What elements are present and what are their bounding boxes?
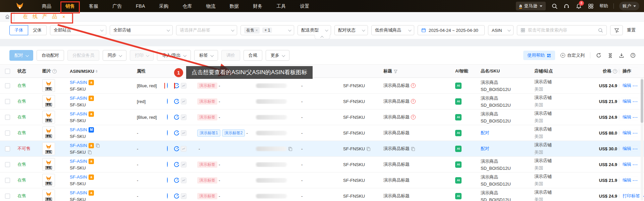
product-image[interactable]: 赛狐 <box>42 79 55 92</box>
toolbar-button-6[interactable]: 标签 <box>194 50 218 61</box>
row-action-link[interactable]: 编辑 <box>623 146 631 152</box>
apps-grid-icon[interactable] <box>587 3 594 9</box>
asin-link[interactable]: SF-ASIN <box>70 159 87 164</box>
toolbar-button-5[interactable]: 导入/导出 <box>157 50 191 61</box>
trend-chart-icon[interactable] <box>181 193 186 199</box>
asin-dashboard-pie-icon[interactable] <box>167 99 168 104</box>
listing-status-select[interactable]: 在售× + 1 <box>240 25 294 35</box>
delivery-type-select[interactable]: 配送类型 <box>298 25 331 35</box>
lowprice-mall-select[interactable]: 低价商城商品 <box>371 25 414 35</box>
product-image[interactable]: 赛狐 <box>42 127 55 139</box>
row-action-link[interactable]: 编辑 <box>623 130 631 136</box>
ai-assistant-icon[interactable]: AI <box>455 130 462 136</box>
trend-chart-icon[interactable] <box>181 146 186 152</box>
nav-item-11[interactable]: 设置 <box>293 0 316 12</box>
keyword-radar-icon[interactable] <box>174 178 179 183</box>
table-row[interactable]: 在售 赛狐 SF-ASIN a SF-SKU <box>0 172 644 188</box>
nav-item-2[interactable]: 客服 <box>82 0 105 12</box>
nav-item-0[interactable]: 商品 <box>35 0 58 12</box>
keyword-radar-icon[interactable] <box>174 114 179 120</box>
row-action-link[interactable]: 打印标签 <box>623 193 640 199</box>
row-more-button[interactable]: ··· <box>633 115 638 120</box>
asin-link[interactable]: SF-ASIN <box>70 96 87 101</box>
table-row[interactable]: 在售 赛狐 SF-ASIN a SF-SKU <box>0 188 644 201</box>
keyword-radar-icon[interactable] <box>174 162 179 167</box>
nav-item-7[interactable]: 物流 <box>199 0 222 12</box>
site-select[interactable]: 全部站点 <box>50 25 106 35</box>
header-asin-msku[interactable]: ASIN/MSKU <box>67 69 134 74</box>
toolbar-button-0[interactable]: 配对 <box>9 50 33 61</box>
row-more-button[interactable]: ··· <box>633 178 638 183</box>
ai-assistant-icon[interactable]: AI <box>455 161 462 168</box>
ai-assistant-icon[interactable]: AI <box>455 83 462 89</box>
header-attributes[interactable]: 属性 <box>134 68 164 74</box>
vertical-scrollbar[interactable] <box>641 78 643 200</box>
ai-assistant-icon[interactable]: AI <box>455 114 462 120</box>
header-image[interactable]: 图片? <box>40 68 67 74</box>
home-tab-button[interactable] <box>0 12 15 21</box>
header-product-sku[interactable]: 品名/SKU <box>478 68 532 74</box>
row-action-link[interactable]: 编辑 <box>623 177 631 183</box>
question-help-icon[interactable]: ? <box>630 52 636 58</box>
select-all-checkbox[interactable] <box>5 69 10 74</box>
search-input[interactable]: 双击可批量搜索内容 <box>517 25 607 35</box>
asin-link[interactable]: SF-ASIN <box>70 143 87 148</box>
asin-dashboard-pie-icon[interactable] <box>167 193 168 199</box>
nav-item-10[interactable]: 工具 <box>269 0 293 12</box>
keyword-radar-icon[interactable] <box>174 99 179 104</box>
asin-dashboard-pie-icon[interactable] <box>167 83 168 89</box>
notifications-bell-icon[interactable]: 8 <box>575 3 582 9</box>
reset-button[interactable]: 重置 <box>627 27 636 33</box>
sort-icon[interactable] <box>96 70 98 73</box>
pair-link[interactable]: 配对 <box>481 130 489 136</box>
advanced-filter-button[interactable] <box>610 25 623 35</box>
trend-chart-icon[interactable] <box>181 162 186 167</box>
ai-assistant-icon[interactable]: AI <box>455 177 462 184</box>
row-more-button[interactable]: ··· <box>633 99 638 104</box>
ai-assistant-icon[interactable]: AI <box>455 146 462 152</box>
header-ai[interactable]: AI智能 <box>451 68 478 74</box>
product-image[interactable]: 赛狐 <box>42 158 55 171</box>
product-image[interactable]: 赛狐 <box>42 142 55 155</box>
shop-select[interactable]: 全部店铺 <box>110 25 173 35</box>
copy-icon[interactable] <box>96 143 100 148</box>
copy-icon[interactable] <box>411 147 415 151</box>
scope-child-button[interactable]: 子体 <box>9 25 28 35</box>
nav-item-5[interactable]: 采购 <box>152 0 175 12</box>
row-action-link[interactable]: 编辑 <box>623 98 631 104</box>
copy-icon[interactable] <box>366 147 371 151</box>
header-status[interactable]: 状态 <box>15 68 40 74</box>
date-range-picker[interactable]: 2025-04-24 ~ 2025-04-30 <box>418 25 485 35</box>
table-row[interactable]: 在售 赛狐 SF-ASIN a SF-SKU <box>0 94 644 109</box>
row-action-link[interactable]: 编辑 <box>623 83 631 89</box>
scope-parent-button[interactable]: 父体 <box>28 25 47 35</box>
asin-dashboard-pie-icon[interactable] <box>167 130 168 136</box>
nav-item-4[interactable]: FBA <box>129 0 152 12</box>
row-checkbox[interactable] <box>5 99 10 104</box>
asin-link[interactable]: SF-ASIN <box>70 80 87 85</box>
row-checkbox[interactable] <box>5 178 10 183</box>
asin-dashboard-pie-icon[interactable] <box>167 162 168 167</box>
table-row[interactable]: 不可售 赛狐 SF-ASIN a SF-SKU <box>0 141 644 157</box>
search-type-select[interactable]: ASIN <box>488 25 514 35</box>
tab-close-icon[interactable]: × <box>62 14 65 19</box>
asin-link[interactable]: SF-ASIN <box>70 111 87 116</box>
product-image[interactable]: 赛狐 <box>42 111 55 123</box>
row-action-link[interactable]: 编辑 <box>623 161 631 167</box>
copy-icon[interactable] <box>88 150 92 154</box>
chip-close-icon[interactable]: × <box>256 28 258 32</box>
brand-fox-logo-icon[interactable] <box>14 1 25 11</box>
row-more-button[interactable]: ··· <box>633 131 638 136</box>
row-more-button[interactable]: ··· <box>633 83 638 88</box>
nav-item-6[interactable]: 仓库 <box>175 0 199 12</box>
toolbar-button-1[interactable]: 自动配对 <box>37 50 64 61</box>
toolbar-button-9[interactable]: 更多 <box>266 50 289 61</box>
usage-help-button[interactable]: 使用帮助 <box>523 51 555 60</box>
header-shop-site[interactable]: 店铺/站点 <box>532 68 590 74</box>
pairing-status-select[interactable]: 配对状态 <box>334 25 368 35</box>
headset-icon[interactable] <box>563 3 570 9</box>
hourglass-icon[interactable] <box>607 52 613 58</box>
refresh-icon[interactable] <box>596 52 602 58</box>
product-tag-select[interactable]: 请选择产品标签 <box>176 25 237 35</box>
asin-link[interactable]: SF-ASIN <box>70 174 87 180</box>
